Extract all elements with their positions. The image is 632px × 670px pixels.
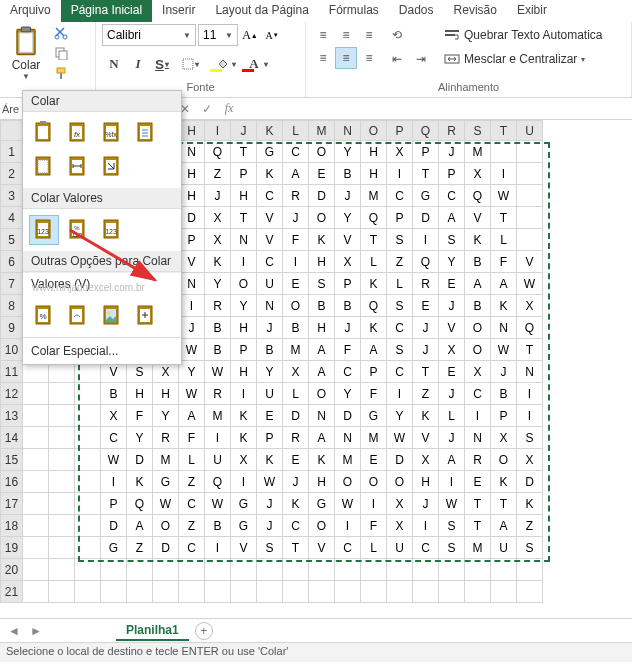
cell[interactable]: S xyxy=(439,229,465,251)
cell[interactable]: V xyxy=(335,229,361,251)
cell[interactable] xyxy=(517,559,543,581)
cell[interactable] xyxy=(153,559,179,581)
cell[interactable]: C xyxy=(179,537,205,559)
cell[interactable]: U xyxy=(257,273,283,295)
cell[interactable] xyxy=(309,581,335,603)
row-header-6[interactable]: 6 xyxy=(1,251,23,273)
cell[interactable]: O xyxy=(309,515,335,537)
cell[interactable] xyxy=(127,581,153,603)
cell[interactable]: K xyxy=(465,229,491,251)
bold-button[interactable]: N xyxy=(102,52,126,76)
cell[interactable]: S xyxy=(387,295,413,317)
cell[interactable] xyxy=(49,515,75,537)
cell[interactable]: U xyxy=(257,383,283,405)
cell[interactable]: R xyxy=(205,383,231,405)
paste-values-icon[interactable]: 123 xyxy=(29,215,59,245)
cell[interactable]: E xyxy=(413,295,439,317)
cell[interactable] xyxy=(309,559,335,581)
paste-all-icon[interactable] xyxy=(29,118,59,148)
cell[interactable]: R xyxy=(283,185,309,207)
cell[interactable]: P xyxy=(231,163,257,185)
cell[interactable]: J xyxy=(439,383,465,405)
cell[interactable]: P xyxy=(335,273,361,295)
cell[interactable]: V xyxy=(231,537,257,559)
cell[interactable] xyxy=(127,559,153,581)
cell[interactable] xyxy=(257,559,283,581)
column-header-Q[interactable]: Q xyxy=(413,121,439,141)
merge-center-button[interactable]: Mesclar e Centralizar ▾ xyxy=(444,48,603,70)
column-header-J[interactable]: J xyxy=(231,121,257,141)
cell[interactable]: I xyxy=(361,493,387,515)
select-all-corner[interactable] xyxy=(1,121,23,141)
cell[interactable]: I xyxy=(231,251,257,273)
cell[interactable]: C xyxy=(387,361,413,383)
cell[interactable] xyxy=(49,493,75,515)
cell[interactable]: Z xyxy=(413,383,439,405)
cell[interactable]: G xyxy=(361,405,387,427)
cell[interactable]: K xyxy=(283,493,309,515)
cell[interactable] xyxy=(49,559,75,581)
cell[interactable] xyxy=(23,559,49,581)
sheet-tab-active[interactable]: Planilha1 xyxy=(116,621,189,641)
row-header-16[interactable]: 16 xyxy=(1,471,23,493)
cell[interactable]: M xyxy=(361,185,387,207)
cell[interactable]: K xyxy=(361,273,387,295)
sheet-nav-next[interactable]: ► xyxy=(28,624,44,638)
cell[interactable]: C xyxy=(101,427,127,449)
decrease-font-button[interactable]: A▼ xyxy=(262,24,282,46)
paste-keep-source-icon[interactable] xyxy=(131,118,161,148)
cell[interactable]: H xyxy=(309,317,335,339)
cell[interactable]: Y xyxy=(127,427,153,449)
cell[interactable] xyxy=(75,383,101,405)
cell[interactable]: C xyxy=(465,383,491,405)
cell[interactable]: K xyxy=(413,405,439,427)
cell[interactable] xyxy=(387,559,413,581)
cell[interactable]: I xyxy=(179,295,205,317)
cell[interactable] xyxy=(517,141,543,163)
cell[interactable]: T xyxy=(413,163,439,185)
cell[interactable]: D xyxy=(387,449,413,471)
cell[interactable]: S xyxy=(387,339,413,361)
cell[interactable]: I xyxy=(465,405,491,427)
cell[interactable]: W xyxy=(179,339,205,361)
cell[interactable]: Z xyxy=(205,163,231,185)
cell[interactable]: X xyxy=(387,493,413,515)
row-header-5[interactable]: 5 xyxy=(1,229,23,251)
cell[interactable]: E xyxy=(309,163,335,185)
cell[interactable]: R xyxy=(283,427,309,449)
cell[interactable]: N xyxy=(257,295,283,317)
cell[interactable] xyxy=(439,581,465,603)
cell[interactable]: A xyxy=(491,515,517,537)
cell[interactable]: A xyxy=(309,339,335,361)
cell[interactable]: J xyxy=(335,317,361,339)
cell[interactable]: T xyxy=(361,229,387,251)
cell[interactable]: I xyxy=(517,383,543,405)
cell[interactable]: M xyxy=(361,427,387,449)
cell[interactable]: X xyxy=(335,251,361,273)
cell[interactable]: X xyxy=(465,361,491,383)
cell[interactable]: X xyxy=(387,141,413,163)
cell[interactable] xyxy=(283,581,309,603)
cut-button[interactable] xyxy=(52,24,70,42)
cell[interactable] xyxy=(75,449,101,471)
cell[interactable]: A xyxy=(283,163,309,185)
cell[interactable]: C xyxy=(335,361,361,383)
cell[interactable]: N xyxy=(491,317,517,339)
cell[interactable]: B xyxy=(101,383,127,405)
cell[interactable]: Q xyxy=(465,185,491,207)
cell[interactable]: V xyxy=(179,251,205,273)
cell[interactable]: L xyxy=(179,449,205,471)
cell[interactable]: X xyxy=(439,339,465,361)
cell[interactable]: Y xyxy=(439,251,465,273)
cell[interactable]: D xyxy=(101,515,127,537)
align-bottom-button[interactable]: ≡ xyxy=(358,24,380,46)
cell[interactable]: F xyxy=(283,229,309,251)
cell[interactable]: K xyxy=(231,427,257,449)
cell[interactable]: Y xyxy=(257,361,283,383)
paste-formulas-icon[interactable]: fx xyxy=(63,118,93,148)
cell[interactable]: O xyxy=(465,339,491,361)
tab-fórmulas[interactable]: Fórmulas xyxy=(319,0,389,22)
cell[interactable]: N xyxy=(309,405,335,427)
cell[interactable]: P xyxy=(101,493,127,515)
cell[interactable]: X xyxy=(205,229,231,251)
